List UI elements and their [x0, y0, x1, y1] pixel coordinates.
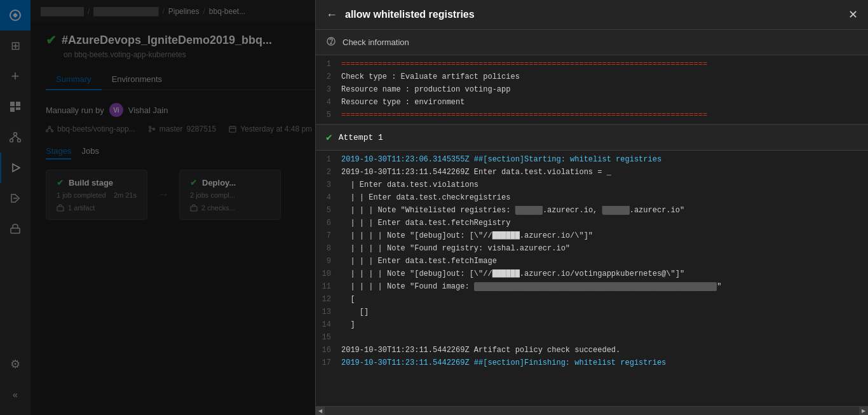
log-line-14: 14 ] [316, 318, 868, 331]
scrollbar-track[interactable] [325, 407, 859, 415]
check-info-icon [326, 36, 336, 48]
log-line-2: 2 2019-10-30T11:23:11.5442269Z Enter dat… [316, 166, 868, 179]
log-line-17: 17 2019-10-30T11:23:11.5442269Z ##[secti… [316, 357, 868, 369]
attempt-text: Attempt 1 [339, 133, 383, 142]
log-line-7: 7 | | | | Note "[debug]out: [\"//██████.… [316, 229, 868, 242]
log-line-15: 15 [316, 331, 868, 344]
log-line-pre-4: 4 Resource type : environment [316, 96, 868, 109]
log-line-pre-1: 1 ======================================… [316, 58, 868, 71]
log-container[interactable]: 1 ======================================… [316, 55, 868, 406]
log-line-6: 6 | | | Enter data.test.fetchRegistry [316, 217, 868, 229]
scrollbar-left[interactable]: ◀ [316, 407, 325, 416]
log-line-13: 13 [] [316, 306, 868, 318]
log-line-5: 5 | | | Note "Whitelisted registries: ██… [316, 204, 868, 217]
log-line-11: 11 | | | | Note "Found image: ██████████… [316, 280, 868, 293]
svg-point-30 [330, 43, 332, 44]
log-line-8: 8 | | | | Note "Found registry: vishal.a… [316, 242, 868, 255]
overlay-back-button[interactable]: ← [326, 8, 337, 22]
overlay-scrollbar: ◀ ▶ [316, 406, 868, 415]
scrollbar-right[interactable]: ▶ [859, 407, 868, 416]
attempt-header: ✔ Attempt 1 [316, 124, 868, 151]
log-lines-pre: 1 ======================================… [316, 55, 868, 124]
log-line-pre-5: 5 ======================================… [316, 109, 868, 121]
log-line-1: 1 2019-10-30T11:23:06.3145355Z ##[sectio… [316, 153, 868, 166]
overlay-title: allow whitelisted registries [345, 9, 841, 20]
overlay-header: ← allow whitelisted registries ✕ [316, 0, 868, 30]
attempt-icon: ✔ [326, 131, 332, 144]
log-line-9: 9 | | | Enter data.test.fetchImage [316, 255, 868, 268]
log-line-pre-2: 2 Check type : Evaluate artifact policie… [316, 71, 868, 83]
overlay-panel: ← allow whitelisted registries ✕ Check i… [315, 0, 868, 415]
check-info-text: Check information [342, 37, 409, 47]
log-line-10: 10 | | | | Note "[debug]out: [\"//██████… [316, 268, 868, 280]
check-info-bar: Check information [316, 30, 868, 55]
log-line-pre-3: 3 Resource name : production voting-app [316, 83, 868, 96]
log-line-3: 3 | Enter data.test.violations [316, 179, 868, 191]
overlay-close-button[interactable]: ✕ [848, 8, 858, 22]
log-line-16: 16 2019-10-30T11:23:11.5442269Z Artifact… [316, 344, 868, 357]
log-line-4: 4 | | Enter data.test.checkregistries [316, 191, 868, 204]
log-line-12: 12 [ [316, 293, 868, 306]
log-lines-attempt: 1 2019-10-30T11:23:06.3145355Z ##[sectio… [316, 151, 868, 372]
